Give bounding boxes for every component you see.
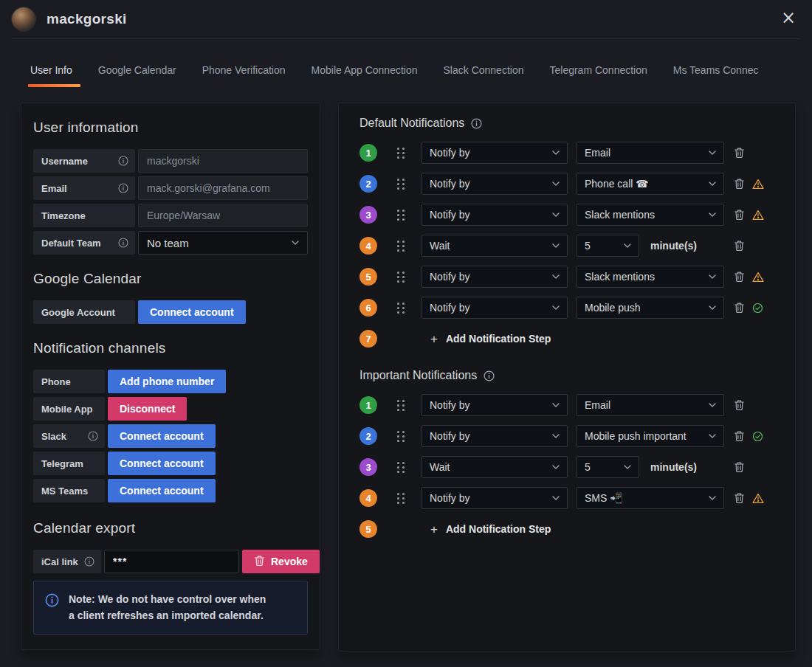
drag-handle[interactable] (396, 179, 405, 190)
step-type-select[interactable]: Notify by (422, 204, 568, 226)
info-icon[interactable] (484, 370, 495, 381)
tab-mobile-app-connection[interactable]: Mobile App Connection (311, 63, 419, 87)
notify-channel-select[interactable]: SMS 📲 (577, 487, 724, 509)
notify-channel-select[interactable]: Slack mentions (577, 266, 724, 288)
drag-handle[interactable] (396, 400, 405, 411)
drag-handle[interactable] (396, 462, 405, 473)
chevron-down-icon (546, 151, 560, 155)
delete-step-icon[interactable] (734, 271, 745, 283)
step-type-select[interactable]: Notify by (422, 266, 568, 288)
email-field: mack.gorski@grafana.com (138, 176, 308, 200)
step-type-select[interactable]: Notify by (422, 173, 568, 195)
step-type-select[interactable]: Wait (422, 235, 568, 257)
drag-handle[interactable] (396, 493, 405, 504)
add-phone-number-button[interactable]: Add phone number (108, 370, 226, 393)
drag-handle[interactable] (396, 272, 405, 283)
step-type-select[interactable]: Wait (422, 456, 568, 478)
notification-policies-panel: Default Notifications 1Notify byEmail2No… (338, 103, 796, 652)
notification-step-row: 6Notify byMobile push (359, 297, 780, 319)
drag-handle[interactable] (396, 241, 405, 252)
chevron-down-icon (703, 151, 716, 155)
tab-slack-connection[interactable]: Slack Connection (443, 63, 525, 87)
warning-icon (752, 210, 764, 221)
chevron-down-icon (703, 403, 716, 407)
notify-channel-select[interactable]: Mobile push important (577, 425, 724, 447)
notification-step-row: 1Notify byEmail (359, 142, 780, 164)
delete-step-icon[interactable] (734, 461, 745, 473)
calendar-note-text: Note: We do not have control over when a… (69, 592, 266, 623)
wait-duration-select[interactable]: 5 (577, 456, 639, 478)
delete-step-icon[interactable] (734, 209, 745, 221)
success-check-icon (752, 431, 763, 442)
info-icon[interactable] (118, 183, 128, 193)
add-notification-step-button[interactable]: +Add Notification Step (430, 333, 551, 345)
notify-channel-select[interactable]: Phone call ☎ (577, 173, 724, 195)
channel-row: MS TeamsConnect account (33, 479, 308, 502)
close-icon[interactable]: × (781, 9, 796, 27)
tab-telegram-connection[interactable]: Telegram Connection (548, 63, 647, 87)
delete-step-icon[interactable] (734, 302, 745, 314)
connect-google-account-button[interactable]: Connect account (138, 300, 246, 324)
drag-handle[interactable] (396, 148, 405, 159)
connect-account-button[interactable]: Connect account (108, 479, 216, 502)
delete-step-icon[interactable] (734, 430, 745, 442)
step-number-badge: 5 (359, 520, 377, 538)
field-row: Usernamemackgorski (33, 149, 308, 173)
modal-header: mackgorski × (0, 0, 812, 38)
step-type-select[interactable]: Notify by (422, 297, 568, 319)
delete-step-icon[interactable] (734, 147, 745, 159)
chevron-down-icon (703, 496, 716, 500)
drag-handle[interactable] (396, 431, 405, 442)
delete-step-icon[interactable] (734, 240, 745, 252)
notification-channels-heading: Notification channels (33, 340, 308, 356)
drag-handle[interactable] (396, 303, 405, 314)
step-number-badge: 3 (359, 206, 377, 224)
channel-row: TelegramConnect account (33, 452, 308, 475)
connect-account-button[interactable]: Connect account (108, 424, 216, 448)
user-information-heading: User information (33, 120, 308, 136)
info-icon[interactable] (118, 156, 128, 166)
info-icon[interactable] (118, 238, 128, 248)
ical-link-value: *** (104, 550, 239, 573)
success-check-icon (752, 303, 763, 314)
wait-duration-select[interactable]: 5 (577, 235, 639, 257)
wait-unit-label: minute(s) (650, 461, 697, 473)
disconnect-button[interactable]: Disconnect (108, 397, 187, 421)
default-team-select[interactable]: No team (138, 231, 308, 255)
chevron-down-icon (546, 182, 560, 186)
notify-channel-select[interactable]: Email (577, 394, 724, 416)
step-number-badge: 2 (359, 175, 377, 193)
step-number-badge: 1 (359, 396, 377, 414)
notification-step-row: 2Notify byMobile push important (359, 425, 780, 447)
chevron-down-icon (703, 305, 716, 310)
revoke-button[interactable]: Revoke (242, 550, 320, 573)
important-notifications-heading: Important Notifications (359, 369, 780, 382)
drag-handle[interactable] (396, 210, 405, 221)
add-notification-step-button[interactable]: +Add Notification Step (430, 523, 551, 536)
google-account-label: Google Account (33, 300, 135, 324)
info-icon[interactable] (84, 556, 94, 567)
tab-phone-verification[interactable]: Phone Verification (202, 63, 286, 87)
field-row: TimezoneEurope/Warsaw (33, 204, 308, 227)
notify-channel-select[interactable]: Email (577, 142, 724, 164)
notify-channel-select[interactable]: Slack mentions (577, 204, 724, 226)
notify-channel-select[interactable]: Mobile push (577, 297, 724, 319)
notification-step-row: 3Notify bySlack mentions (359, 204, 780, 226)
tab-ms-teams-connec[interactable]: Ms Teams Connec (672, 63, 760, 87)
step-type-select[interactable]: Notify by (422, 425, 568, 447)
info-icon[interactable] (471, 118, 482, 129)
tab-user-info[interactable]: User Info (30, 63, 73, 87)
step-type-select[interactable]: Notify by (422, 394, 568, 416)
delete-step-icon[interactable] (734, 399, 745, 411)
field-label: Username (33, 149, 135, 173)
connect-account-button[interactable]: Connect account (108, 452, 216, 475)
wait-unit-label: minute(s) (650, 240, 697, 252)
trash-icon (254, 555, 265, 569)
delete-step-icon[interactable] (734, 178, 745, 190)
step-type-select[interactable]: Notify by (422, 142, 568, 164)
delete-step-icon[interactable] (734, 492, 745, 504)
chevron-down-icon (703, 182, 716, 186)
info-icon[interactable] (88, 431, 98, 441)
step-type-select[interactable]: Notify by (422, 487, 568, 509)
tab-google-calendar[interactable]: Google Calendar (97, 63, 177, 87)
